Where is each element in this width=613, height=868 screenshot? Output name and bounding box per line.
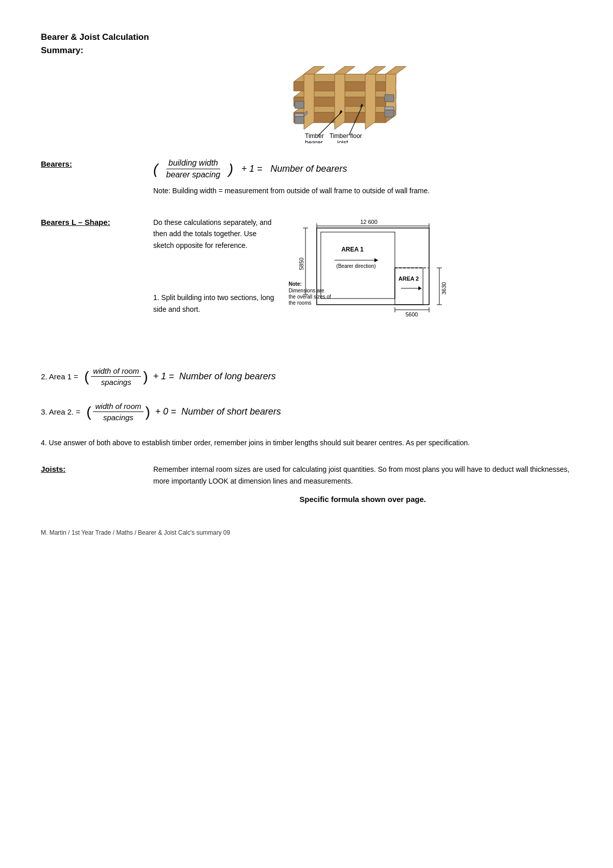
svg-text:Note:: Note: — [289, 281, 302, 287]
svg-text:(Bearer direction): (Bearer direction) — [336, 263, 375, 269]
svg-text:3630: 3630 — [441, 282, 447, 294]
bearers-denominator: bearer spacing — [164, 169, 222, 179]
svg-text:AREA 2: AREA 2 — [398, 276, 419, 282]
bearers-content: ( building width bearer spacing ) + 1 = … — [153, 158, 572, 196]
bearers-l-label: Bearers L – Shape: — [41, 217, 153, 226]
bearers-label: Bearers: — [41, 158, 153, 168]
svg-rect-23 — [385, 95, 394, 102]
svg-rect-40 — [395, 268, 423, 305]
svg-text:5850: 5850 — [298, 258, 304, 270]
svg-marker-16 — [386, 66, 406, 74]
joists-content: Remember internal room sizes are used fo… — [153, 464, 572, 504]
area2-numerator: width of room — [93, 402, 143, 412]
svg-marker-13 — [365, 66, 375, 129]
svg-text:AREA 1: AREA 1 — [341, 246, 364, 253]
svg-marker-56 — [374, 258, 378, 262]
svg-text:5600: 5600 — [406, 311, 418, 317]
timber-frame-svg: Timber bearer Timber floor joist — [263, 31, 478, 143]
svg-marker-18 — [295, 113, 304, 117]
title-block: Bearer & Joist Calculation Summary: — [41, 31, 153, 62]
svg-marker-60 — [418, 286, 421, 290]
timber-diagram: Timber bearer Timber floor joist — [169, 31, 572, 143]
joists-text: Remember internal room sizes are used fo… — [153, 464, 572, 487]
svg-text:Timber: Timber — [305, 132, 324, 140]
bearers-fraction: building width bearer spacing — [164, 158, 222, 179]
svg-marker-11 — [335, 66, 345, 129]
svg-text:the rooms: the rooms — [289, 300, 311, 306]
area2-label: 3. Area 2. = — [41, 407, 80, 416]
joists-section: Joists: Remember internal room sizes are… — [41, 464, 572, 504]
area1-label: 2. Area 1 = — [41, 372, 78, 381]
l-shape-svg: 12 600 58 — [286, 217, 460, 350]
area1-result: Number of long bearers — [179, 371, 276, 382]
footer-text: M. Martin / 1st Year Trade / Maths / Bea… — [41, 529, 572, 536]
bearers-result: Number of bearers — [271, 164, 347, 174]
area2-result: Number of short bearers — [181, 406, 281, 417]
bearers-section: Bearers: ( building width bearer spacing… — [41, 158, 572, 196]
area1-numerator: width of room — [91, 367, 141, 377]
svg-text:Dimensions are: Dimensions are — [289, 288, 324, 293]
header-section: Bearer & Joist Calculation Summary: — [41, 31, 572, 143]
svg-text:Timber floor: Timber floor — [329, 132, 362, 140]
area2-operator: + 0 = — [155, 406, 176, 417]
svg-rect-21 — [385, 110, 394, 117]
bearers-numerator: building width — [167, 158, 220, 169]
area2-denominator: spacings — [101, 412, 135, 422]
svg-text:bearer: bearer — [305, 139, 323, 143]
svg-marker-9 — [304, 66, 314, 129]
area1-formula-line: 2. Area 1 = ( width of room spacings ) +… — [41, 367, 572, 386]
svg-text:the overall sizes of: the overall sizes of — [289, 294, 331, 300]
svg-marker-14 — [365, 66, 386, 74]
svg-marker-10 — [304, 66, 324, 74]
bearers-l-step1: 1. Split building into two sections, lon… — [153, 292, 276, 315]
area2-formula-line: 3. Area 2. = ( width of room spacings ) … — [41, 402, 572, 422]
title-line2: Summary: — [41, 45, 83, 55]
step4-text: 4. Use answer of both above to establish… — [41, 437, 572, 448]
bearers-formula: ( building width bearer spacing ) + 1 = … — [153, 158, 572, 179]
bearers-l-section: Bearers L – Shape: Do these calculations… — [41, 217, 572, 351]
bearers-l-diagram: 12 600 58 — [286, 217, 572, 351]
joists-label: Joists: — [41, 465, 65, 473]
area1-denominator: spacings — [99, 377, 133, 386]
bearers-l-inner: Do these calculations separately, and th… — [153, 217, 572, 351]
title-line1: Bearer & Joist Calculation — [41, 32, 149, 42]
svg-rect-20 — [295, 101, 304, 108]
page-title: Bearer & Joist Calculation Summary: — [41, 31, 153, 57]
bearers-l-description: Do these calculations separately, and th… — [153, 217, 276, 251]
specific-formula: Specific formula shown over page. — [153, 495, 572, 504]
bearers-note: Note: Building width = measurement from … — [153, 186, 572, 196]
joists-label-col: Joists: — [41, 464, 153, 473]
svg-text:joist: joist — [337, 139, 348, 143]
bearers-l-content-wrap: Do these calculations separately, and th… — [153, 217, 572, 351]
svg-marker-22 — [385, 107, 394, 110]
svg-marker-12 — [335, 66, 355, 74]
area1-fraction: width of room spacings — [91, 367, 141, 386]
area2-fraction: width of room spacings — [93, 402, 143, 422]
svg-text:12 600: 12 600 — [360, 219, 378, 225]
bearers-operator: + 1 = — [242, 164, 263, 174]
area1-operator: + 1 = — [153, 371, 174, 382]
svg-rect-17 — [295, 117, 304, 124]
bearers-l-text: Do these calculations separately, and th… — [153, 217, 276, 315]
